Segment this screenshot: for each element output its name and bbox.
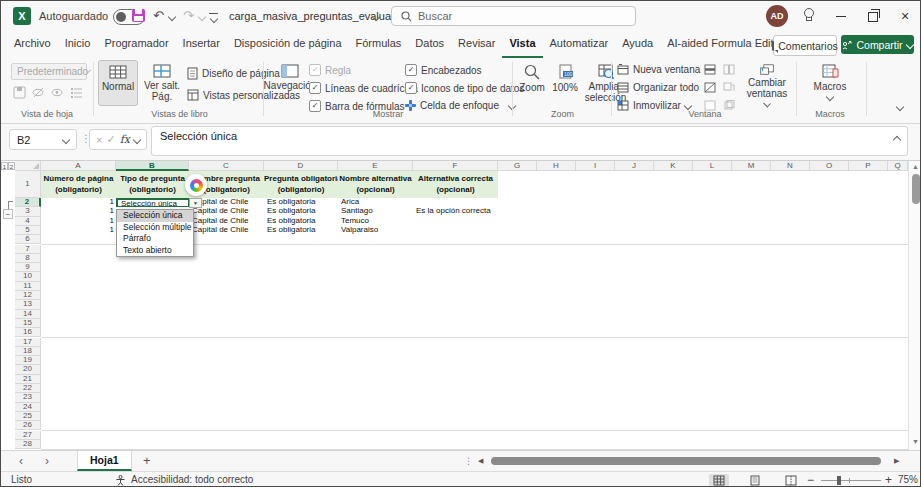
tab-archivo[interactable]: Archivo: [7, 31, 58, 58]
column-header-J[interactable]: J: [615, 161, 654, 171]
cell-C28[interactable]: [189, 440, 265, 450]
new-window-button[interactable]: Nueva ventana: [617, 64, 700, 75]
cell-O28[interactable]: [810, 440, 850, 450]
tab-automatizar[interactable]: Automatizar: [543, 31, 616, 58]
cell-M28[interactable]: [732, 440, 772, 450]
dropdown-option[interactable]: Selección única: [117, 210, 193, 222]
cell-M1[interactable]: [732, 171, 772, 199]
column-header-H[interactable]: H: [537, 161, 576, 171]
dropdown-option[interactable]: Selección múltiple: [117, 222, 193, 234]
copilot-icon[interactable]: [185, 174, 207, 196]
outline-level-2-button[interactable]: 2: [8, 162, 15, 170]
fx-chevron-icon[interactable]: [133, 135, 141, 143]
add-sheet-button[interactable]: +: [143, 451, 151, 471]
column-header-F[interactable]: F: [413, 161, 498, 171]
checkbox-lineas-cuadricula[interactable]: ✓ Líneas de cuadrícula: [309, 82, 418, 94]
cell-J28[interactable]: [615, 440, 655, 450]
cell-F28[interactable]: [413, 440, 499, 450]
cell-L28[interactable]: [693, 440, 733, 450]
restore-button[interactable]: [858, 1, 888, 31]
name-box[interactable]: B2: [9, 129, 77, 150]
collapse-ribbon-chevron-icon[interactable]: [896, 103, 904, 111]
checkbox-iconos-tipo-datos[interactable]: ✓ Iconos de tipo de datos: [405, 82, 524, 94]
outline-level-1-button[interactable]: 1: [1, 162, 8, 170]
column-header-B[interactable]: B: [116, 161, 189, 171]
tab-formulas[interactable]: Fórmulas: [349, 31, 409, 58]
hscroll-right-icon[interactable]: ▶: [894, 457, 899, 465]
macros-button[interactable]: Macros: [807, 60, 853, 106]
cell-Q28[interactable]: [888, 440, 909, 450]
tab-revisar[interactable]: Revisar: [451, 31, 502, 58]
quick-access-chevron-icon[interactable]: [210, 15, 218, 23]
column-header-L[interactable]: L: [693, 161, 732, 171]
zoom-in-button[interactable]: +: [885, 472, 892, 487]
cell-K1[interactable]: [654, 171, 694, 199]
lightbulb-icon[interactable]: [802, 8, 814, 20]
scroll-down-icon[interactable]: ▼: [912, 438, 919, 445]
row-header-1[interactable]: 1: [15, 171, 41, 198]
save-icon[interactable]: [132, 9, 145, 22]
sheet-tab-hoja1[interactable]: Hoja1: [77, 451, 132, 471]
document-title[interactable]: carga_masiva_preguntas_evaluacio...: [229, 1, 414, 31]
cell-B1[interactable]: Tipo de pregunta(obligatorio): [116, 171, 190, 199]
cell-Q1[interactable]: [888, 171, 909, 199]
tab-ayuda[interactable]: Ayuda: [615, 31, 660, 58]
zoom-slider-thumb[interactable]: [837, 476, 841, 485]
column-header-C[interactable]: C: [189, 161, 264, 171]
column-header-D[interactable]: D: [264, 161, 338, 171]
vertical-scrollbar[interactable]: ▲ ▼: [908, 161, 921, 450]
cell-O1[interactable]: [810, 171, 850, 199]
cell-N1[interactable]: [771, 171, 811, 199]
prev-sheet-icon[interactable]: ‹: [19, 451, 23, 471]
navigation-button[interactable]: Navegación: [267, 60, 313, 106]
tab-vista[interactable]: Vista: [502, 31, 542, 58]
split-icon[interactable]: [704, 64, 716, 75]
scroll-up-icon[interactable]: ▲: [912, 163, 919, 170]
tab-ai-formula-editor[interactable]: AI-aided Formula Editor: [660, 31, 790, 58]
zoom-level[interactable]: 75%: [898, 472, 918, 487]
normal-view-toggle[interactable]: [709, 474, 729, 487]
cell-H28[interactable]: [537, 440, 577, 450]
cell-B28[interactable]: [116, 440, 190, 450]
tab-programador[interactable]: Programador: [97, 31, 175, 58]
cell-P1[interactable]: [849, 171, 889, 199]
cell-L1[interactable]: [693, 171, 733, 199]
insert-function-icon[interactable]: fx: [120, 133, 130, 146]
cell-H1[interactable]: [537, 171, 577, 199]
column-header-O[interactable]: O: [810, 161, 849, 171]
vertical-scroll-thumb[interactable]: [912, 174, 920, 204]
cell-I1[interactable]: [576, 171, 616, 199]
column-header-G[interactable]: G: [498, 161, 537, 171]
cell-G1[interactable]: [498, 171, 538, 199]
share-button[interactable]: Compartir: [841, 35, 914, 54]
minimize-button[interactable]: [826, 1, 856, 31]
accessibility-status[interactable]: Accesibilidad: todo correcto: [131, 472, 253, 487]
page-layout-button[interactable]: Diseño de página: [187, 67, 280, 80]
cell-A1[interactable]: Número de página(obligatorio): [41, 171, 117, 199]
tab-splitter-icon[interactable]: ⋮: [464, 456, 473, 466]
search-box[interactable]: Buscar: [391, 6, 636, 26]
undo-icon[interactable]: ↶: [153, 1, 164, 31]
column-header-M[interactable]: M: [732, 161, 771, 171]
cell-I28[interactable]: [576, 440, 616, 450]
column-header-I[interactable]: I: [576, 161, 615, 171]
tab-disposicion[interactable]: Disposición de página: [227, 31, 349, 58]
cell-N28[interactable]: [771, 440, 811, 450]
cell-K28[interactable]: [654, 440, 694, 450]
cell-F1[interactable]: Alternativa correcta(opcional): [413, 171, 499, 199]
cell-A28[interactable]: [41, 440, 117, 450]
tab-datos[interactable]: Datos: [408, 31, 451, 58]
column-header-Q[interactable]: Q: [888, 161, 908, 171]
column-header-E[interactable]: E: [338, 161, 413, 171]
select-all-corner[interactable]: [15, 161, 41, 171]
outline-collapse-button[interactable]: −: [3, 209, 13, 219]
zoom-button[interactable]: Zoom: [516, 60, 548, 106]
page-layout-toggle[interactable]: [745, 474, 765, 487]
hide-window-icon[interactable]: [704, 82, 716, 93]
avatar[interactable]: AD: [766, 5, 788, 27]
cell-D1[interactable]: Pregunta obligatoria(obligatorio): [264, 171, 339, 199]
switch-windows-button[interactable]: Cambiar ventanas: [741, 60, 793, 106]
cell-J1[interactable]: [615, 171, 655, 199]
horizontal-scroll-thumb[interactable]: [491, 457, 881, 465]
undo-chevron-icon[interactable]: [168, 13, 176, 21]
